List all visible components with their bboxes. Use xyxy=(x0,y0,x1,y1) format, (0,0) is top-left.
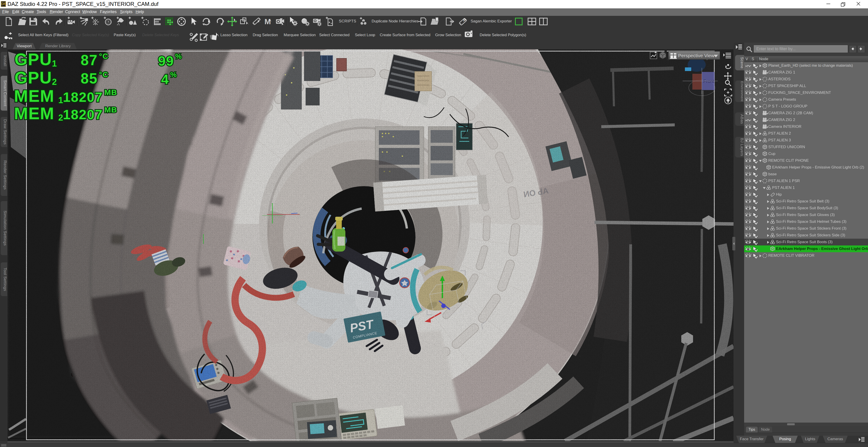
svg-text:85: 85 xyxy=(81,70,98,87)
svg-text:4: 4 xyxy=(161,72,169,87)
svg-text:18207: 18207 xyxy=(63,90,103,105)
svg-text:99: 99 xyxy=(158,53,174,68)
svg-text:18207: 18207 xyxy=(63,107,103,122)
svg-text:°C: °C xyxy=(99,70,108,79)
svg-text:%: % xyxy=(170,70,177,79)
svg-text:2: 2 xyxy=(52,77,57,87)
svg-text:P: P xyxy=(463,18,466,22)
svg-text:%: % xyxy=(175,52,182,60)
svg-text:GPU: GPU xyxy=(14,68,52,87)
svg-text:°C: °C xyxy=(99,52,108,60)
svg-text:MEM: MEM xyxy=(14,87,55,106)
svg-text:MB: MB xyxy=(104,106,117,114)
svg-text:1: 1 xyxy=(52,59,57,68)
svg-text:MEM: MEM xyxy=(14,104,55,123)
svg-text:87: 87 xyxy=(81,52,98,68)
svg-text:GPU: GPU xyxy=(14,50,52,69)
svg-text:M: M xyxy=(265,17,271,26)
svg-text:MB: MB xyxy=(104,88,117,97)
svg-text:Perspective View: Perspective View xyxy=(678,53,715,58)
